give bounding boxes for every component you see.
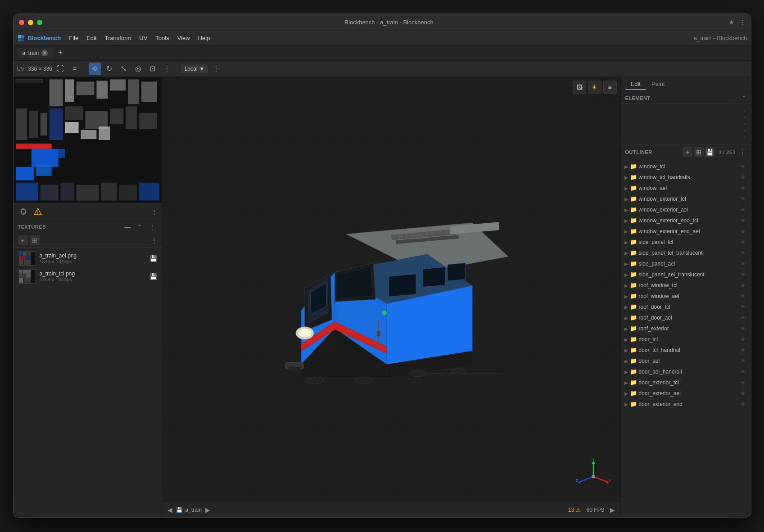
ol-item-roof-window-ael[interactable]: ▶ 📁 roof_window_ael 👁	[621, 291, 751, 302]
ol-item-side-panel-tcl[interactable]: ▶ 📁 side_panel_tcl 👁	[621, 237, 751, 248]
expand-icon-roof-window-tcl[interactable]: ▶	[623, 282, 630, 289]
expand-icon-door-ael-handrail[interactable]: ▶	[623, 368, 630, 375]
ol-item-door-tcl[interactable]: ▶ 📁 door_tcl 👁	[621, 334, 751, 345]
tab-close-button[interactable]: ✕	[41, 50, 48, 56]
screenshot-btn[interactable]: 🖼	[573, 81, 586, 94]
expand-icon-side-panel-tcl-translucent[interactable]: ▶	[623, 249, 630, 257]
expand-icon-window-ael[interactable]: ▶	[623, 185, 630, 192]
textures-more-btn[interactable]: ⋮	[147, 222, 157, 232]
link-icon[interactable]	[18, 206, 29, 217]
eye-door-exterior-ael[interactable]: 👁	[739, 389, 747, 397]
eye-window-exterior-tcl[interactable]: 👁	[739, 195, 747, 203]
expand-icon-side-panel-ael[interactable]: ▶	[623, 260, 630, 267]
expand-icon-door-exterior-tcl[interactable]: ▶	[623, 379, 630, 386]
textures-kebab[interactable]: ⋮	[151, 237, 157, 244]
expand-icon-window-exterior-end-tcl[interactable]: ▶	[623, 217, 630, 224]
outliner-more-btn[interactable]: ⋮	[739, 148, 746, 157]
ol-item-door-tcl-handrail[interactable]: ▶ 📁 door_tcl_handrail 👁	[621, 345, 751, 356]
element-collapse-btn[interactable]: —	[735, 95, 741, 101]
eye-door-exterior-tcl[interactable]: 👁	[739, 379, 747, 387]
panel-more-btn[interactable]: ⋮	[151, 208, 157, 215]
texture-save-ael[interactable]: 💾	[149, 255, 157, 262]
eye-side-panel-ael-translucent[interactable]: 👁	[739, 271, 747, 279]
close-button[interactable]	[19, 20, 24, 25]
expand-icon-door-ael[interactable]: ▶	[623, 357, 630, 365]
warning-icon[interactable]: !	[32, 206, 43, 217]
menu-tools[interactable]: Tools	[152, 33, 172, 43]
tab-add-button[interactable]: +	[55, 48, 66, 59]
menu-edit[interactable]: Edit	[83, 33, 100, 43]
eye-door-ael-handrail[interactable]: 👁	[739, 368, 747, 376]
expand-icon-window-exterior-tcl[interactable]: ▶	[623, 195, 630, 203]
ol-item-door-exterior-ael[interactable]: ▶ 📁 door_exterior_ael 👁	[621, 388, 751, 399]
move-tool-btn[interactable]: ✥	[89, 63, 101, 75]
ol-item-door-exterior-end[interactable]: ▶ 📁 door_exterior_end 👁	[621, 399, 751, 410]
eye-window-tcl-handrails[interactable]: 👁	[739, 173, 747, 181]
eye-roof-window-ael[interactable]: 👁	[739, 292, 747, 300]
expand-icon-window-exterior-end-ael[interactable]: ▶	[623, 228, 630, 235]
expand-icon-roof-door-tcl[interactable]: ▶	[623, 303, 630, 311]
eye-roof-exterior[interactable]: 👁	[739, 325, 747, 333]
uv-tool-btn[interactable]: ⊡	[146, 63, 159, 75]
tab-paint[interactable]: Paint	[646, 79, 670, 90]
expand-icon-window-tcl[interactable]: ▶	[623, 163, 630, 170]
expand-icon-side-panel-tcl[interactable]: ▶	[623, 239, 630, 246]
eye-roof-window-tcl[interactable]: 👁	[739, 281, 747, 289]
rotate-tool-btn[interactable]: ↻	[103, 63, 116, 75]
ol-item-window-exterior-end-tcl[interactable]: ▶ 📁 window_exterior_end_tcl 👁	[621, 215, 751, 226]
menu-file[interactable]: File	[65, 33, 82, 43]
lighting-btn[interactable]: ☀	[588, 81, 601, 94]
more-tools-btn[interactable]: ⋮	[161, 63, 173, 75]
textures-expand-btn[interactable]: ⌃	[135, 222, 145, 232]
eye-window-exterior-end-tcl[interactable]: 👁	[739, 216, 747, 225]
expand-icon-door-exterior-end[interactable]: ▶	[623, 401, 630, 408]
prev-btn[interactable]: ◀	[167, 506, 172, 514]
expand-icon-window-exterior-ael[interactable]: ▶	[623, 206, 630, 213]
notification-icon[interactable]: ★	[729, 19, 734, 26]
expand-icon-side-panel-ael-translucent[interactable]: ▶	[623, 271, 630, 278]
eye-door-exterior-end[interactable]: 👁	[739, 400, 747, 408]
eye-door-ael[interactable]: 👁	[739, 357, 747, 365]
viewport-menu-btn[interactable]: ≡	[603, 81, 617, 94]
menu-transform[interactable]: Transform	[101, 33, 135, 43]
menu-uv[interactable]: UV	[136, 33, 151, 43]
eye-window-exterior-ael[interactable]: 👁	[739, 206, 747, 214]
ol-item-side-panel-ael-translucent[interactable]: ▶ 📁 side_panel_ael_translucent 👁	[621, 269, 751, 280]
maximize-button[interactable]	[37, 20, 42, 25]
eye-roof-door-tcl[interactable]: 👁	[739, 303, 747, 311]
minimize-button[interactable]	[28, 20, 33, 25]
expand-icon-window-tcl-handrails[interactable]: ▶	[623, 174, 630, 181]
ol-item-roof-window-tcl[interactable]: ▶ 📁 roof_window_tcl 👁	[621, 280, 751, 291]
ol-item-window-ael[interactable]: ▶ 📁 window_ael 👁	[621, 183, 751, 194]
texture-item-tcl[interactable]: a_train_tcl.png 1344 x 1344px 💾	[14, 267, 162, 285]
next-btn[interactable]: ▶	[205, 506, 210, 514]
import-texture-btn[interactable]: ⊞	[30, 235, 40, 245]
ol-item-door-ael-handrail[interactable]: ▶ 📁 door_ael_handrail 👁	[621, 366, 751, 377]
uv-canvas[interactable]	[14, 77, 162, 203]
ol-item-side-panel-tcl-translucent[interactable]: ▶ 📁 side_panel_tcl_translucent 👁	[621, 248, 751, 258]
ol-item-side-panel-ael[interactable]: ▶ 📁 side_panel_ael 👁	[621, 258, 751, 269]
bottom-more-btn[interactable]: ▶	[610, 506, 615, 514]
ol-item-window-exterior-tcl[interactable]: ▶ 📁 window_exterior_tcl 👁	[621, 194, 751, 204]
ol-item-door-exterior-tcl[interactable]: ▶ 📁 door_exterior_tcl 👁	[621, 377, 751, 388]
textures-collapse-btn[interactable]: —	[123, 222, 133, 232]
ol-item-roof-exterior[interactable]: ▶ 📁 roof_exterior 👁	[621, 323, 751, 334]
viewport[interactable]: 🖼 ☀ ≡ X	[162, 77, 620, 517]
expand-icon-door-exterior-ael[interactable]: ▶	[623, 390, 630, 397]
add-cube-btn[interactable]: ⊞	[694, 147, 704, 157]
scale-tool-btn[interactable]: ⤡	[118, 63, 130, 75]
expand-icon-roof-window-ael[interactable]: ▶	[623, 293, 630, 300]
ol-item-window-tcl-handrails[interactable]: ▶ 📁 window_tcl_handrails 👁	[621, 172, 751, 183]
equals-icon[interactable]: =	[68, 63, 81, 75]
expand-icon[interactable]: ⛶	[54, 63, 67, 75]
eye-door-tcl-handrail[interactable]: 👁	[739, 346, 747, 354]
element-expand-btn[interactable]: ⌃	[742, 95, 746, 101]
toolbar-more-btn[interactable]: ⋮	[210, 63, 222, 75]
expand-icon-roof-exterior[interactable]: ▶	[623, 325, 630, 332]
eye-side-panel-ael[interactable]: 👁	[739, 260, 747, 268]
ol-item-roof-door-tcl[interactable]: ▶ 📁 roof_door_tcl 👁	[621, 302, 751, 312]
add-texture-btn[interactable]: +	[18, 235, 28, 245]
ol-item-window-tcl[interactable]: ▶ 📁 window_tcl 👁	[621, 161, 751, 172]
3d-gizmo[interactable]: X Y Z	[575, 459, 611, 495]
eye-window-exterior-end-ael[interactable]: 👁	[739, 227, 747, 235]
